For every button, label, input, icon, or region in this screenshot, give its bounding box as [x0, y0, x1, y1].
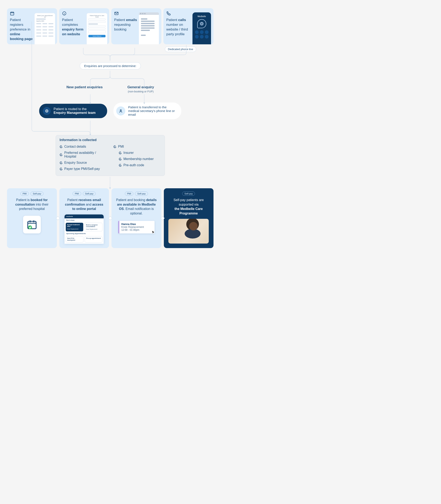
pill-pmi: PMI	[73, 192, 81, 196]
mail-icon	[114, 11, 119, 16]
info-icon	[62, 11, 66, 16]
check-icon	[113, 145, 116, 148]
entry-text: Patient completes enquiry form on websit…	[62, 18, 87, 37]
svg-point-6	[45, 110, 48, 112]
phone-preview: Medbelle	[192, 12, 211, 44]
svg-rect-0	[11, 12, 14, 15]
svg-point-3	[201, 23, 202, 24]
entry-text: Patient calls number on website / third …	[166, 18, 191, 37]
connector-top	[7, 48, 214, 62]
outcome-booked: PMISelf-pay Patient is booked for consul…	[7, 188, 57, 248]
pill-pmi: PMI	[125, 192, 134, 196]
entry-card-form: Patient completes enquiry form on websit…	[59, 8, 109, 44]
outcome-care-programme: Self-pay Self-pay patients are supported…	[164, 188, 214, 248]
record-card: Hanna Dias Knee Replacement 12:00 - 01:0…	[118, 221, 155, 233]
pill-selfpay: Self-pay	[83, 192, 96, 196]
entry-text: Patient registers preference in online b…	[10, 18, 35, 41]
process-chip: Enquiries are processed to determine:	[80, 62, 141, 69]
phone-icon	[166, 11, 171, 16]
booking-preview: Select your appointment da Sep/Oct 2024	[35, 13, 55, 44]
check-icon	[60, 167, 63, 171]
pill-selfpay: Self-pay	[182, 192, 195, 196]
check-icon	[60, 145, 63, 148]
check-icon	[60, 161, 63, 164]
support-photo	[168, 219, 209, 244]
svg-point-5	[46, 110, 47, 112]
check-icon	[119, 158, 122, 161]
entry-text: Patient emails requesting booking	[114, 18, 139, 32]
form-preview: Patient Referral for Jane Smith Submit R…	[87, 13, 107, 44]
calendar-icon	[10, 11, 15, 16]
outcome-medbelle-os: PMISelf-pay Patient and booking details …	[111, 188, 161, 248]
entry-cards-row: Patient registers preference in online b…	[7, 8, 214, 44]
calendar-check-icon	[23, 216, 41, 233]
person-icon	[116, 106, 125, 115]
check-icon	[119, 151, 122, 154]
svg-point-7	[120, 110, 121, 111]
connector-to-info	[7, 121, 214, 141]
entry-card-email: Patient emails requesting booking	[111, 8, 161, 44]
connector-branches	[7, 71, 214, 89]
svg-point-4	[200, 22, 203, 25]
medbelle-logo-icon	[43, 107, 51, 115]
check-icon	[60, 153, 63, 156]
cursor-icon	[151, 230, 155, 235]
pill-selfpay: Self-pay	[31, 192, 43, 196]
portal-preview: medbelle Next steps Accept treatment off…	[64, 214, 104, 244]
pill-selfpay: Self-pay	[135, 192, 148, 196]
connector-route	[7, 94, 214, 105]
email-preview	[139, 12, 159, 44]
pill-pmi: PMI	[20, 192, 29, 196]
entry-card-booking: Patient registers preference in online b…	[7, 8, 57, 44]
entry-card-call: Patient calls number on website / third …	[163, 8, 214, 44]
check-icon	[119, 164, 122, 167]
route-enquiry-team: Patient is routed to theEnquiry Manageme…	[39, 104, 107, 118]
outcome-portal: PMISelf-pay Patient receives email confi…	[59, 188, 109, 248]
